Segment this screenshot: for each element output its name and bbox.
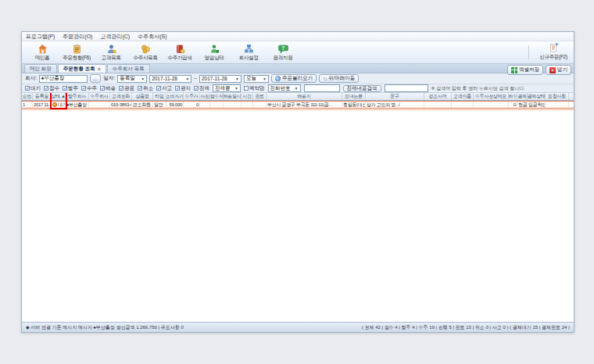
checkbox-icon: ✓ [81,86,86,91]
menu-item[interactable]: 수주회사(S) [138,33,166,41]
reserve-only-checkbox[interactable]: 예약만 [244,85,265,92]
table-cell [253,102,267,108]
table-cell: 59,000 [166,102,184,108]
status-filter-checkbox[interactable]: ✓배송 [100,85,116,92]
checkbox-label: 사고 [162,85,172,92]
status-filter-checkbox[interactable]: ✓접수 [44,85,59,92]
company-input[interactable]: ♠부산출장 [39,75,88,83]
close-view-button[interactable]: ×닫기 [546,65,571,75]
column-header[interactable]: 수주회사 [89,93,110,100]
menu-item[interactable]: 프로그램(P) [26,33,55,41]
status-filter-checkbox[interactable]: ✓수주 [81,85,97,92]
column-header[interactable]: 고객전화 [110,93,132,100]
column-header[interactable]: 상품명 [132,93,153,100]
table-cell [200,102,210,108]
column-header[interactable]: 배송일시 [224,93,242,100]
toolbar-company-settings-button[interactable]: 회사설정 [231,42,266,63]
call-type-select[interactable]: 전체콜▼ [213,84,241,92]
date-from-select[interactable]: 2017-11-28▼ [149,75,191,83]
phone-search-input[interactable] [304,84,340,92]
table-cell: 홍길동(대신듀) [342,102,366,108]
toolbar-main-home-button[interactable]: 메인홈 [25,42,59,63]
checkbox-icon: ✓ [138,86,142,91]
table-cell: 010-3863-4204 [110,102,132,108]
company-settings-icon [244,44,254,54]
table-cell [242,102,253,108]
column-header[interactable]: 등록일 [33,93,52,100]
load-orders-button[interactable]: ↻주문불러오기 [271,74,317,83]
checkbox-label: 전체 [199,85,209,92]
column-header[interactable]: 시간 [242,93,253,100]
toolbar-button-label: 고객목록 [102,55,121,62]
status-filter-checkbox[interactable]: ✓완치 [175,85,191,92]
column-header[interactable]: 소비자가 [166,93,184,100]
status-filter-checkbox[interactable]: ✓취소 [138,85,153,92]
move-updown-button[interactable]: ↑↓위/아래이동 [319,74,359,83]
checkbox-icon: ✓ [156,86,161,91]
full-text-search-button[interactable]: 전체내용검색 [343,85,381,92]
excel-save-button[interactable]: 엑셀저장 [507,65,543,75]
column-header[interactable]: 접수자 [210,93,224,100]
tab-supplier-list[interactable]: 수주회사 목록 [107,64,150,73]
checkbox-icon: ✓ [63,86,67,91]
status-filter-checkbox[interactable]: ✓전체 [194,85,209,92]
column-header[interactable]: 배송지 [267,93,342,100]
column-header[interactable]: 사진 [200,93,210,100]
tilde-label: ~ [194,76,197,81]
column-header[interactable]: 경조사어 [424,93,452,100]
phone-search-select[interactable]: 전화번호▼ [268,84,301,92]
toolbar-price-search-button[interactable]: 수주가검색 [163,42,197,63]
checkbox-label: 배송 [106,85,116,92]
column-header[interactable]: 요청사항 [546,93,569,100]
column-header[interactable]: 결제 [517,93,528,100]
column-header[interactable]: 보내는분 [342,93,366,100]
column-header[interactable]: 고객이름 [452,93,474,100]
column-header[interactable]: 순번 [22,93,33,100]
column-header[interactable]: 회수 [509,93,517,100]
toolbar-button-label: 신규주문(F2) [539,54,567,61]
column-header[interactable]: 발주회사 [66,93,89,100]
table-cell: 입금확인중 [528,102,546,108]
table-cell: 부산시 금정구 부곡동 111-11(금... [267,102,342,108]
menu-item[interactable]: 주문관리(O) [63,33,92,41]
grid-action-buttons: 엑셀저장 ×닫기 [507,65,571,75]
column-header[interactable]: 수주가 [184,93,200,100]
toolbar-sales-state-button[interactable]: 영업상태 [197,42,231,63]
table-row[interactable]: 12017.11.28대기♠부산출장010-3863-4204근조화환일반59,… [22,101,574,109]
column-header[interactable]: 타입 [153,93,166,100]
tab-main-screen[interactable]: 메인 화면 [24,64,57,73]
column-header[interactable]: 완료 [253,93,267,100]
column-header[interactable]: 수주사전상메모 [474,93,509,100]
toolbar-supplier-list-button[interactable]: 수주사목록 [128,42,163,63]
new-order-icon [549,43,559,53]
toolbar-customer-list-button[interactable]: 고객목록 [94,42,128,63]
tab-order-status[interactable]: 주문현황 조회× [58,64,106,73]
excel-icon [511,67,517,73]
toolbar-order-status-button[interactable]: 주문현황(F6) [59,42,94,63]
status-filter-checkbox[interactable]: ✓대기 [25,85,41,92]
status-filter-checkbox[interactable]: ✓사고 [156,85,172,92]
column-header[interactable]: 문구 [366,93,424,100]
company-browse-button[interactable]: … [90,74,102,83]
status-filter-checkbox[interactable]: ✓완료 [119,85,134,92]
table-cell: 1 [22,102,33,108]
column-header[interactable]: 결제상태 [528,93,546,100]
full-text-search-input[interactable] [385,84,428,92]
checkbox-label: 대기 [30,85,41,92]
date-to-select[interactable]: 2017-11-28▼ [199,75,242,83]
customer-icon [106,44,116,54]
date-type-select[interactable]: 등록일▼ [117,75,147,83]
chevron-down-icon: ▼ [184,77,189,81]
grid-header-row: 순번등록일상태 ▲발주회사수주회사고객전화상품명타입소비자가수주가사진접수자배송… [22,93,574,101]
toolbar-remote-support-button[interactable]: ? 원격지원 [266,42,300,63]
toolbar-new-order-button[interactable]: 신규주문(F2) [536,43,571,61]
menu-bar: 프로그램(P)주문관리(O)고객관리(C)수주회사(S) [22,32,574,41]
menu-item[interactable]: 고객관리(C) [100,33,130,41]
toolbar-button-label: 수주사목록 [133,55,157,62]
tab-close-icon[interactable]: × [98,66,101,72]
date-preset-select[interactable]: 오늘▼ [244,75,269,83]
table-cell: 2017.11.28 [33,102,52,108]
status-filter-checkbox[interactable]: ✓발주 [63,85,78,92]
column-header[interactable]: 상태 ▲ [52,93,66,100]
price-book-icon [175,44,185,54]
